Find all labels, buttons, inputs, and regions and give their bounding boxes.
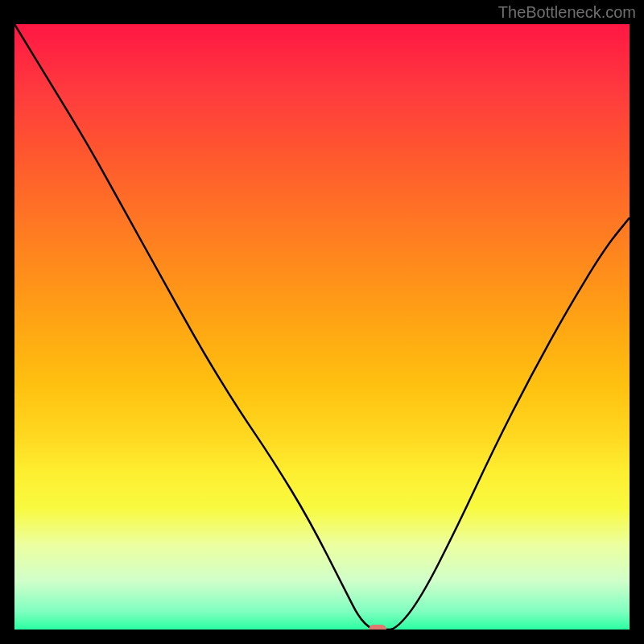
plot-area — [14, 24, 630, 630]
bottleneck-curve-line — [14, 24, 630, 630]
optimal-point-marker — [369, 625, 386, 630]
chart-container: TheBottleneck.com — [0, 0, 644, 644]
watermark-text: TheBottleneck.com — [498, 3, 636, 22]
curve-svg — [14, 24, 630, 630]
